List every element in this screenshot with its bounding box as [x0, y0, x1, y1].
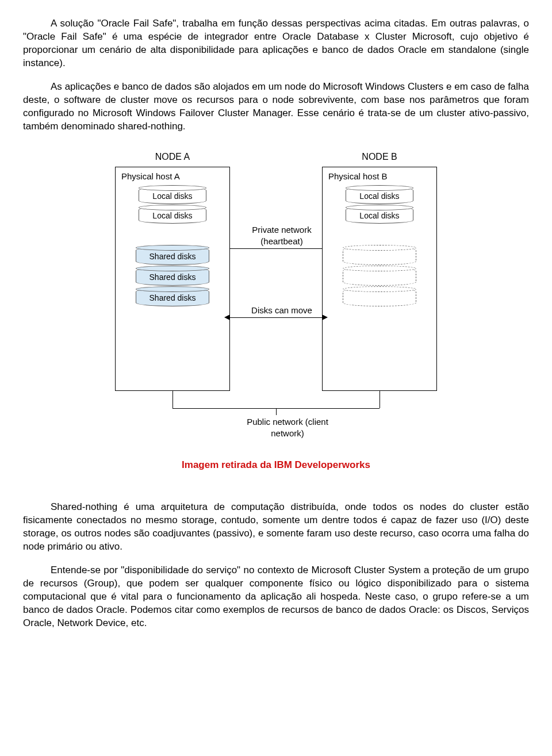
local-disk-icon: Local disks [346, 187, 413, 204]
shared-disk-icon: Shared disks [136, 267, 209, 286]
host-b-box: Physical host B Local disks Local disks [322, 167, 437, 391]
private-network-label: Private network (heartbeat) [236, 224, 328, 248]
connector-line [379, 391, 380, 408]
arrow-left-icon [224, 314, 230, 320]
paragraph-1: A solução "Oracle Fail Safe", trabalha e… [23, 17, 529, 70]
disks-move-label: Disks can move [236, 305, 328, 316]
shared-disk-icon: Shared disks [136, 247, 209, 265]
local-disk-icon: Local disks [139, 187, 206, 204]
private-network-line [230, 248, 322, 249]
paragraph-2: As aplicações e banco de dados são aloja… [23, 80, 529, 133]
diagram-container: NODE A NODE B Physical host A Local disk… [23, 151, 529, 454]
shared-disk-icon: Shared disks [136, 288, 209, 306]
paragraph-3: Shared-nothing é uma arquitetura de comp… [23, 501, 529, 554]
arrow-right-icon [322, 314, 328, 320]
host-b-title: Physical host B [328, 171, 431, 182]
local-disk-icon: Local disks [346, 206, 413, 224]
host-a-box: Physical host A Local disks Local disks … [115, 167, 230, 391]
paragraph-4: Entende-se por "disponibilidade do servi… [23, 564, 529, 630]
image-caption: Imagem retirada da IBM Developerworks [23, 459, 529, 472]
dashed-disk-icon [343, 267, 416, 286]
dashed-disk-icon [343, 247, 416, 265]
dashed-disk-icon [343, 288, 416, 306]
local-disk-icon: Local disks [139, 206, 206, 224]
connector-line [172, 391, 173, 408]
host-a-title: Physical host A [121, 171, 224, 182]
disks-move-line [230, 317, 322, 318]
node-a-label: NODE A [115, 151, 230, 163]
connector-line [276, 408, 277, 415]
node-b-label: NODE B [322, 151, 437, 163]
public-network-label: Public network (client network) [236, 416, 339, 440]
cluster-diagram: NODE A NODE B Physical host A Local disk… [92, 151, 460, 450]
